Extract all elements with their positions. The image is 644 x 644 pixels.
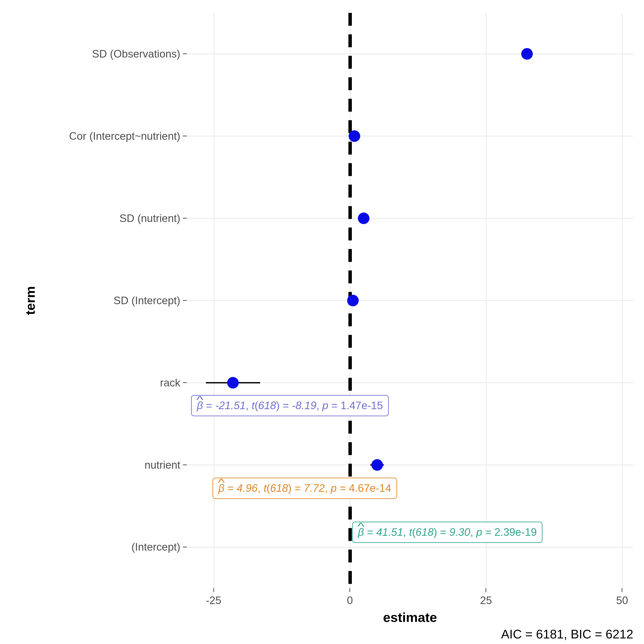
- t-value: 7.72: [304, 482, 325, 494]
- tick-label-y: SD (Observations): [92, 48, 180, 60]
- t-value: -8.19: [292, 399, 316, 412]
- beta-value: -21.51: [215, 399, 246, 412]
- point-nutrient: [371, 459, 383, 471]
- tick-label-x: 25: [480, 594, 492, 607]
- plot-panel: β = -21.51, t(618) = -8.19, p = 1.47e-15…: [187, 13, 633, 588]
- tick-y: [183, 465, 187, 465]
- point-sd-observations: [521, 48, 533, 60]
- tick-label-x: -25: [206, 594, 221, 607]
- grid-h: [187, 53, 633, 54]
- tick-x: [486, 588, 486, 592]
- point-sd-intercept: [347, 295, 359, 306]
- grid-h: [187, 300, 633, 301]
- tick-label-y: SD (Intercept): [114, 294, 180, 307]
- tick-x: [622, 588, 622, 592]
- tick-y: [183, 300, 187, 301]
- y-axis-title: term: [23, 286, 38, 315]
- plot-caption: AIC = 6181, BIC = 6212: [501, 627, 633, 641]
- tick-label-y: SD (nutrient): [120, 212, 180, 225]
- point-sd-nutrient: [358, 213, 369, 224]
- grid-h: [187, 218, 633, 219]
- tick-y: [183, 53, 187, 54]
- tick-y: [183, 136, 187, 136]
- beta-value: 4.96: [237, 482, 258, 494]
- tick-label-y: rack: [160, 377, 180, 389]
- tick-label-y: (Intercept): [131, 541, 180, 553]
- df-value: 618: [258, 399, 276, 412]
- t-value: 9.30: [449, 526, 470, 538]
- tick-x: [213, 588, 214, 592]
- p-value: 4.67e-14: [349, 482, 391, 494]
- tick-y: [183, 218, 187, 219]
- point-cor: [349, 130, 360, 142]
- tick-label-x: 0: [347, 594, 353, 607]
- beta-value: 41.51: [376, 526, 403, 538]
- tick-y: [183, 547, 187, 547]
- tick-label-y: Cor (Intercept~nutrient): [69, 130, 180, 142]
- annotation-nutrient: β = 4.96, t(618) = 7.72, p = 4.67e-14: [213, 478, 397, 499]
- coefficient-plot: β = -21.51, t(618) = -8.19, p = 1.47e-15…: [0, 0, 644, 644]
- tick-label-y: nutrient: [144, 459, 180, 471]
- annotation-intercept: β = 41.51, t(618) = 9.30, p = 2.39e-19: [352, 522, 542, 543]
- grid-h: [187, 465, 633, 465]
- tick-y: [183, 382, 187, 383]
- annotation-rack: β = -21.51, t(618) = -8.19, p = 1.47e-15: [191, 395, 389, 416]
- tick-label-x: 50: [616, 594, 628, 607]
- p-value: 2.39e-19: [494, 526, 537, 538]
- df-value: 618: [416, 526, 433, 538]
- point-rack: [227, 377, 239, 389]
- p-value: 1.47e-15: [340, 399, 383, 412]
- grid-h: [187, 136, 633, 137]
- df-value: 618: [270, 482, 288, 494]
- grid-h: [187, 547, 633, 548]
- tick-x: [349, 588, 350, 592]
- x-axis-title: estimate: [383, 610, 437, 625]
